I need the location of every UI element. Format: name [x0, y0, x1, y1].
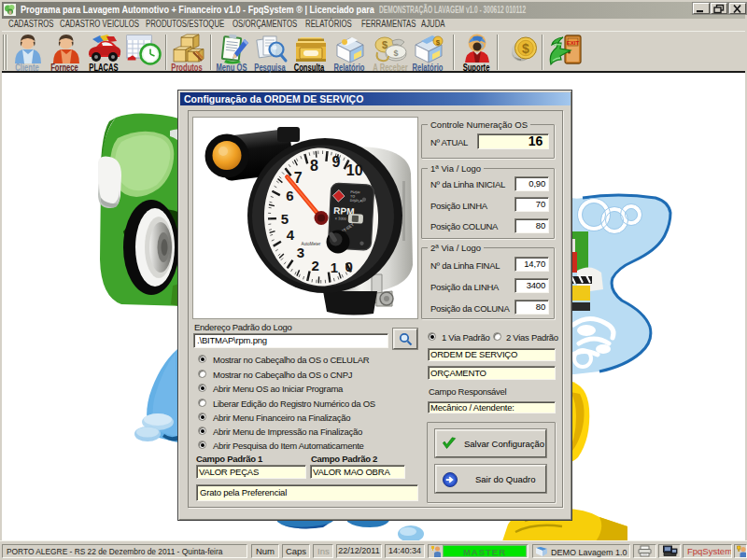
- svg-text:3: 3: [297, 245, 304, 260]
- svg-text:9: 9: [331, 154, 340, 170]
- svg-text:AutoMeter: AutoMeter: [302, 242, 321, 246]
- svg-text:6: 6: [286, 188, 293, 203]
- svg-text:$: $: [522, 41, 529, 56]
- svg-text:$: $: [436, 38, 441, 47]
- svg-text:EXIT: EXIT: [567, 40, 580, 46]
- svg-text:7: 7: [294, 170, 303, 186]
- svg-text:x 1000: x 1000: [335, 216, 347, 221]
- svg-text:0: 0: [345, 259, 352, 274]
- svg-text:$: $: [393, 49, 398, 58]
- svg-text:8: 8: [310, 158, 318, 174]
- svg-text:10: 10: [346, 162, 363, 178]
- svg-text:1: 1: [331, 259, 338, 275]
- svg-text:5: 5: [281, 211, 289, 227]
- svg-text:2: 2: [311, 258, 318, 273]
- svg-text:4: 4: [287, 227, 295, 243]
